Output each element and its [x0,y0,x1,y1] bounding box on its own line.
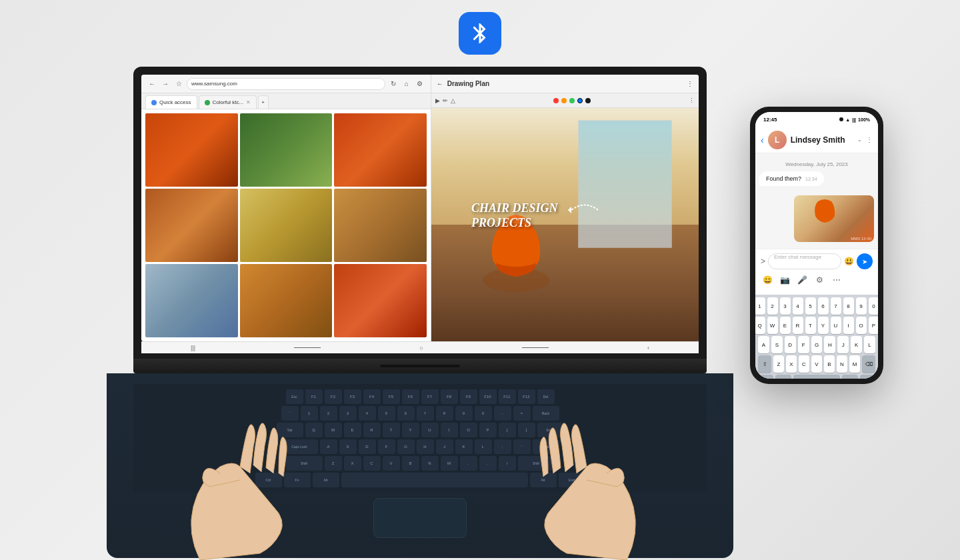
pk-f[interactable]: F [798,336,809,353]
chat-body: Wednesday, July 25, 2023 Found them? 12:… [755,153,878,249]
color-blue[interactable] [577,98,583,103]
pk-r[interactable]: R [793,317,803,334]
phone-zxcv-row: ⇧ Z X C V B N M ⌫ [758,355,875,373]
left-hand [167,373,380,560]
pk-q[interactable]: Q [755,317,765,334]
drawing-content: CHAIR DESIGN PROJECTS [431,108,699,341]
pk-i[interactable]: I [843,317,854,334]
pk-shift[interactable]: ⇧ [758,355,771,373]
bluetooth-icon [459,12,501,55]
pk-b[interactable]: B [824,355,835,373]
drawing-title: Drawing Plan [447,80,489,87]
pk-5[interactable]: 5 [805,297,816,315]
pk-s[interactable]: S [771,336,783,353]
color-orange[interactable] [561,98,567,103]
pk-u[interactable]: U [831,317,841,334]
drawing-settings-icon[interactable]: ⋮ [687,80,693,87]
pk-n[interactable]: N [837,355,847,373]
photo-7 [145,264,238,337]
tool-more[interactable]: ⋮ [689,97,695,104]
home-button[interactable]: ⌂ [401,79,412,89]
laptop-screen-bezel: ← → ☆ www.samsung.com ↻ ⌂ ⚙ Quick ac [133,67,707,359]
pk-d[interactable]: D [785,336,796,353]
pk-p[interactable]: P [869,317,879,334]
forward-button[interactable]: → [160,79,171,89]
pk-backspace[interactable]: ⌫ [862,355,875,373]
pk-2[interactable]: 2 [767,297,778,315]
send-button[interactable]: ➤ [857,253,873,269]
color-green[interactable] [569,98,575,103]
pk-enter[interactable]: ⏎ [860,375,875,379]
more-icon[interactable]: ⋯ [830,273,843,287]
expand-icon[interactable]: > [761,257,765,266]
chair-image: CHAIR DESIGN PROJECTS [431,108,699,341]
mic-icon[interactable]: 🎤 [795,273,809,287]
pk-4[interactable]: 4 [793,297,803,315]
tab-colorful[interactable]: Colorful ktc... ✕ [199,95,257,109]
gallery-icon[interactable]: 📷 [778,273,791,287]
tool-select[interactable]: ▶ [435,97,440,104]
color-red[interactable] [553,98,559,103]
photo-5 [240,189,333,262]
pk-g[interactable]: G [811,336,823,353]
browser-panel: ← → ☆ www.samsung.com ↻ ⌂ ⚙ Quick ac [141,75,431,341]
pk-o[interactable]: O [856,317,867,334]
emoji-picker-icon[interactable]: 😄 [761,273,774,287]
photo-9 [334,264,427,337]
pk-c[interactable]: C [799,355,809,373]
window-element [578,120,671,249]
tool-pen[interactable]: ✏ [443,97,448,104]
tab-quick-access[interactable]: Quick access [145,95,197,109]
pk-a[interactable]: A [758,336,769,353]
phone-asdf-row: A S D F G H J K L [758,336,875,353]
pk-0[interactable]: 0 [869,297,879,315]
tab-dot-2 [205,100,210,105]
drawing-back-icon[interactable]: ← [437,80,443,87]
photo-2 [240,113,333,187]
shared-image: MMS 12:40 [794,195,874,242]
pk-comma[interactable]: , [775,375,791,379]
pk-h[interactable]: H [824,336,835,353]
pk-v[interactable]: V [811,355,822,373]
pk-t[interactable]: T [805,317,816,334]
pk-y[interactable]: Y [818,317,829,334]
pk-w[interactable]: W [767,317,778,334]
pk-e[interactable]: E [780,317,791,334]
pk-x[interactable]: X [786,355,797,373]
color-black[interactable] [585,98,591,103]
back-button[interactable]: ← [147,79,157,89]
pk-z[interactable]: Z [773,355,784,373]
pk-j[interactable]: J [837,336,849,353]
design-text-line1: CHAIR DESIGN [471,201,558,215]
pk-9[interactable]: 9 [856,297,867,315]
tool-eraser[interactable]: △ [451,97,455,104]
pk-8[interactable]: 8 [843,297,854,315]
phone-back-button[interactable]: ‹ [761,135,764,145]
phone-qwerty-row: Q W E R T Y U I O P [758,317,875,334]
photo-3 [334,113,427,187]
contact-name: Lindsey Smith [791,135,853,145]
emoji-icon[interactable]: 😃 [844,257,854,266]
url-bar[interactable]: www.samsung.com [187,78,385,90]
settings-button[interactable]: ⚙ [415,79,425,89]
message-time: 12:34 [805,177,817,181]
pk-lang[interactable]: English (US) [793,375,840,379]
pk-special[interactable]: !#1 [758,375,773,379]
pk-6[interactable]: 6 [818,297,829,315]
pk-period[interactable]: . [842,375,857,379]
chat-input-field[interactable]: Enter chat message [768,253,841,269]
more-options-icon[interactable]: ⋮ [866,136,873,143]
new-tab-button[interactable]: + [258,95,269,109]
pk-1[interactable]: 1 [755,297,765,315]
contact-dropdown-icon[interactable]: ⌄ [857,137,862,143]
pk-3[interactable]: 3 [780,297,791,315]
pk-m[interactable]: M [849,355,860,373]
keyboard-settings-icon[interactable]: ⚙ [813,273,826,287]
drawing-tools: ▶ ✏ △ ⋮ [431,93,699,108]
pk-l[interactable]: L [864,336,875,353]
bookmark-button[interactable]: ☆ [173,79,184,89]
pk-7[interactable]: 7 [831,297,841,315]
pk-k[interactable]: K [851,336,862,353]
refresh-button[interactable]: ↻ [388,79,399,89]
close-tab-icon[interactable]: ✕ [246,99,251,105]
